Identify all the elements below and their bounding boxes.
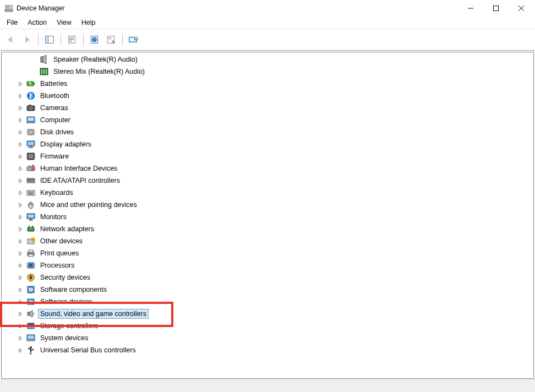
- expander-icon[interactable]: [18, 275, 26, 280]
- tree-item-label: Monitors: [38, 212, 69, 222]
- tree-item[interactable]: Software components: [2, 284, 533, 296]
- expander-icon[interactable]: [18, 215, 26, 220]
- tree-item[interactable]: Bluetooth: [2, 90, 533, 102]
- tree-item[interactable]: Speaker (Realtek(R) Audio): [2, 53, 533, 66]
- device-tree[interactable]: Speaker (Realtek(R) Audio)Stereo Mix (Re…: [2, 52, 533, 378]
- expander-icon[interactable]: [18, 118, 26, 123]
- sw-comp-icon: [26, 285, 36, 295]
- tree-item-label: Print queues: [38, 248, 81, 258]
- back-button[interactable]: [3, 32, 18, 47]
- tree-item[interactable]: Keyboards: [2, 187, 533, 199]
- toolbar-separator: [83, 34, 84, 46]
- tree-item-label: Bluetooth: [38, 91, 72, 101]
- svg-rect-3: [5, 10, 13, 12]
- tree-item[interactable]: IDE ATA/ATAPI controllers: [2, 175, 533, 187]
- system-icon: [26, 333, 36, 343]
- tree-item[interactable]: System devices: [2, 332, 533, 344]
- toolbar: ?: [0, 29, 535, 51]
- help-button[interactable]: ?: [88, 32, 102, 47]
- tree-item-label: Other devices: [38, 236, 85, 246]
- expander-icon[interactable]: [18, 348, 26, 353]
- maximize-button[interactable]: [483, 0, 509, 17]
- firmware-icon: [26, 151, 36, 161]
- tree-item[interactable]: Cameras: [2, 102, 533, 114]
- status-bar: [0, 379, 535, 392]
- svg-rect-2: [7, 8, 10, 8]
- expander-icon[interactable]: [18, 251, 26, 256]
- tree-item-label: IDE ATA/ATAPI controllers: [38, 176, 122, 186]
- tree-item[interactable]: Sound, video and game controllers: [2, 308, 533, 320]
- svg-rect-10: [69, 41, 72, 42]
- expander-icon[interactable]: [18, 300, 26, 304]
- expander-icon[interactable]: [18, 287, 26, 292]
- scan-hardware-button[interactable]: [104, 32, 118, 47]
- tree-item[interactable]: Mice and other pointing devices: [2, 199, 533, 211]
- tree-item[interactable]: Computer: [2, 114, 533, 126]
- expander-icon[interactable]: [18, 336, 26, 341]
- tree-item[interactable]: Universal Serial Bus controllers: [2, 344, 533, 356]
- device-manager-window: Device Manager File Action View Help: [0, 0, 535, 392]
- tree-item[interactable]: Processors: [2, 259, 533, 271]
- update-driver-button[interactable]: [127, 32, 141, 47]
- expander-icon[interactable]: [18, 166, 26, 171]
- tree-item-label: Software devices: [38, 297, 95, 307]
- tree-item-label: Keyboards: [38, 188, 75, 198]
- tree-item-label: Mice and other pointing devices: [38, 200, 139, 210]
- tree-item[interactable]: Storage controllers: [2, 320, 533, 332]
- expander-icon[interactable]: [18, 142, 26, 147]
- keyboard-icon: [26, 188, 36, 198]
- tree-item[interactable]: Software devices: [2, 296, 533, 308]
- expander-icon[interactable]: [18, 178, 26, 183]
- expander-icon[interactable]: [18, 106, 26, 111]
- toolbar-separator: [122, 34, 123, 46]
- speaker-icon: [39, 55, 49, 64]
- minimize-button[interactable]: [458, 0, 483, 17]
- expander-icon[interactable]: [18, 203, 26, 208]
- tree-item[interactable]: Human Interface Devices: [2, 162, 533, 175]
- tree-item[interactable]: Batteries: [2, 78, 533, 90]
- expander-icon[interactable]: [18, 239, 26, 244]
- tree-item[interactable]: Firmware: [2, 150, 533, 162]
- tree-item[interactable]: Monitors: [2, 211, 533, 223]
- forward-button[interactable]: [20, 32, 34, 47]
- tree-item[interactable]: Other devices: [2, 235, 533, 247]
- tree-item-label: Processors: [38, 260, 77, 270]
- tree-item[interactable]: Network adapters: [2, 223, 533, 235]
- expander-icon[interactable]: [18, 324, 26, 329]
- menu-help[interactable]: Help: [77, 18, 100, 28]
- svg-rect-1: [7, 7, 9, 7]
- expander-icon[interactable]: [18, 227, 26, 232]
- tree-item[interactable]: Stereo Mix (Realtek(R) Audio): [2, 66, 533, 78]
- tree-item-label: Software components: [38, 285, 109, 295]
- svg-rect-15: [108, 37, 111, 38]
- mixer-icon: [39, 67, 49, 77]
- mouse-icon: [26, 200, 36, 210]
- sw-dev-icon: [26, 297, 36, 307]
- close-button[interactable]: [509, 0, 534, 17]
- menu-view[interactable]: View: [52, 18, 76, 28]
- svg-text:?: ?: [94, 38, 96, 42]
- menu-file[interactable]: File: [2, 18, 22, 28]
- expander-icon[interactable]: [18, 94, 26, 99]
- bluetooth-icon: [26, 91, 36, 101]
- expander-icon[interactable]: [18, 130, 26, 135]
- tree-item[interactable]: Security devices: [2, 271, 533, 284]
- expander-icon[interactable]: [18, 154, 26, 159]
- expander-icon[interactable]: [18, 312, 26, 317]
- expander-icon[interactable]: [18, 263, 26, 268]
- tree-item-label: Sound, video and game controllers: [38, 309, 149, 319]
- tree-item[interactable]: Print queues: [2, 247, 533, 259]
- expander-icon[interactable]: [18, 81, 26, 86]
- usb-icon: [26, 345, 36, 355]
- tree-item-label: Human Interface Devices: [38, 164, 119, 173]
- svg-rect-6: [46, 36, 48, 43]
- properties-button[interactable]: [65, 32, 79, 47]
- cpu-icon: [26, 260, 36, 270]
- menu-action[interactable]: Action: [23, 18, 51, 28]
- expander-icon[interactable]: [18, 190, 26, 195]
- tree-item[interactable]: Disk drives: [2, 126, 533, 138]
- show-hide-tree-button[interactable]: [42, 32, 57, 47]
- tree-item-label: Storage controllers: [38, 321, 100, 331]
- svg-rect-16: [108, 39, 112, 39]
- tree-item[interactable]: Display adapters: [2, 138, 533, 150]
